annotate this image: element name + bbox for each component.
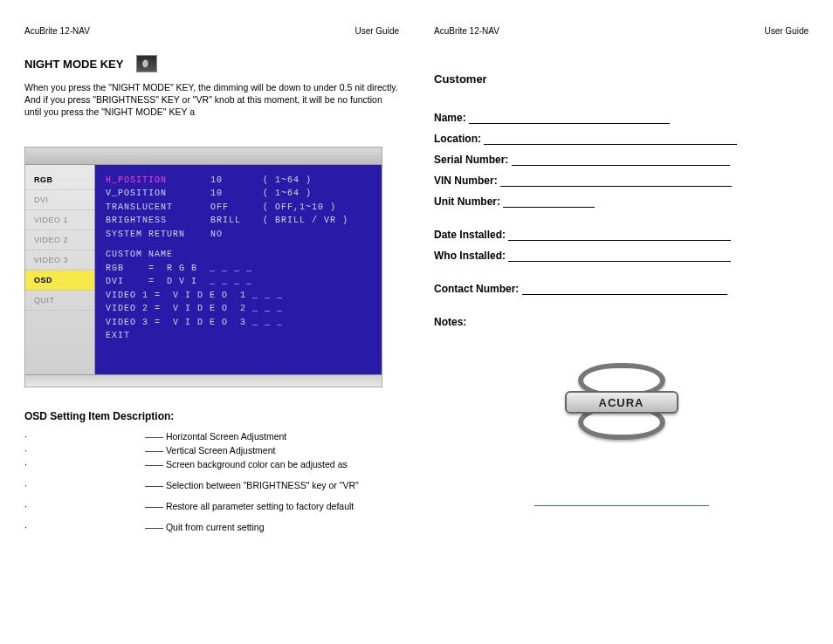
osd-row: BRIGHTNESSBRILL( BRILL / VR ) (106, 214, 373, 228)
osd-tab-rgb: RGB (25, 170, 94, 190)
form-field: VIN Number: (434, 175, 809, 187)
form-blank (512, 155, 730, 166)
right-page: AcuBrite 12-NAV User Guide Customer Name… (434, 26, 809, 536)
form-label: Date Installed: (434, 229, 508, 241)
hdr-type-right: User Guide (764, 26, 809, 36)
form-field: Unit Number: (434, 195, 809, 208)
left-page: AcuBrite 12-NAV User Guide NIGHT MODE KE… (24, 26, 399, 536)
form-blank (522, 284, 727, 295)
form-field: Date Installed: (434, 229, 809, 241)
osd-side-tabs: RGBDVIVIDEO 1VIDEO 2VIDEO 3OSDQUIT (25, 165, 95, 374)
osd-main-panel: H_POSITION10( 1~64 )V_POSITION10( 1~64 )… (95, 165, 382, 374)
form-blank (484, 134, 737, 145)
form-label: Location: (434, 133, 484, 145)
form-blank (500, 176, 732, 187)
link-underline (434, 494, 809, 510)
acura-logo: ACURA (565, 363, 678, 442)
osd-row: SYSTEM RETURNNO (106, 228, 373, 242)
osd-desc-list: ·—— Horizontal Screen Adjustment·—— Vert… (24, 431, 399, 532)
osd-tab-osd: OSD (25, 271, 94, 291)
osd-tab-quit: QUIT (25, 291, 94, 311)
hdr-type-left: User Guide (355, 26, 399, 36)
customer-title: Customer (434, 72, 809, 86)
form-blank (508, 251, 731, 262)
osd-tab-dvi: DVI (25, 190, 94, 210)
form-blank (503, 197, 595, 208)
osd-tab-video-1: VIDEO 1 (25, 210, 94, 230)
bullet-item: ·—— Screen background color can be adjus… (24, 459, 399, 469)
bullet-item: ·—— Restore all parameter setting to fac… (24, 501, 399, 511)
form-label: Unit Number: (434, 195, 503, 208)
osd-tab-video-2: VIDEO 2 (25, 230, 94, 250)
form-field: Serial Number: (434, 154, 809, 166)
form-label: Serial Number: (434, 154, 512, 166)
form-field: Location: (434, 133, 809, 145)
bullet-item: ·—— Selection between "BRIGHTNESS" key o… (24, 480, 399, 490)
osd-tab-video-3: VIDEO 3 (25, 250, 94, 271)
osd-row: TRANSLUCENTOFF( OFF,1~10 ) (106, 201, 373, 215)
form-field: Notes: (434, 316, 809, 328)
osd-custom-line: EXIT (106, 329, 373, 343)
hdr-product-right: AcuBrite 12-NAV (434, 26, 499, 36)
logo-text: ACURA (565, 391, 678, 414)
form-field: Who Installed: (434, 250, 809, 262)
osd-custom-line: VIDEO 2 = V I D E O 2 _ _ _ (106, 302, 373, 316)
form-label: Notes: (434, 316, 466, 328)
section-title: NIGHT MODE KEY (24, 58, 123, 71)
osd-custom-line: DVI = D V I _ _ _ _ (106, 275, 373, 289)
bullet-item: ·—— Vertical Screen Adjustment (24, 445, 399, 456)
osd-custom-line: VIDEO 3 = V I D E O 3 _ _ _ (106, 316, 373, 330)
osd-custom-line: VIDEO 1 = V I D E O 1 _ _ _ (106, 289, 373, 303)
osd-screenshot: RGBDVIVIDEO 1VIDEO 2VIDEO 3OSDQUIT H_POS… (24, 147, 382, 387)
form-label: Who Installed: (434, 250, 508, 262)
form-label: VIN Number: (434, 175, 500, 187)
form-label: Name: (434, 112, 469, 124)
form-blank (469, 113, 670, 124)
form-blank (508, 230, 731, 241)
night-mode-icon (136, 55, 157, 72)
hdr-product-left: AcuBrite 12-NAV (24, 26, 90, 36)
osd-row: V_POSITION10( 1~64 ) (106, 187, 373, 201)
osd-row: H_POSITION10( 1~64 ) (106, 174, 373, 188)
body-text: When you press the "NIGHT MODE" KEY, the… (24, 81, 399, 119)
form-label: Contact Number: (434, 283, 522, 295)
form-field: Name: (434, 112, 809, 124)
form-field: Contact Number: (434, 283, 809, 295)
bullet-item: ·—— Quit from current setting (24, 522, 399, 532)
customer-form: Name: Location: Serial Number: VIN Numbe… (434, 112, 809, 328)
custom-name-title: CUSTOM NAME (106, 248, 373, 262)
bullet-item: ·—— Horizontal Screen Adjustment (24, 431, 399, 442)
osd-desc-title: OSD Setting Item Description: (24, 410, 399, 422)
logo-wrap: ACURA (434, 363, 809, 445)
osd-custom-line: RGB = R G B _ _ _ _ (106, 262, 373, 276)
